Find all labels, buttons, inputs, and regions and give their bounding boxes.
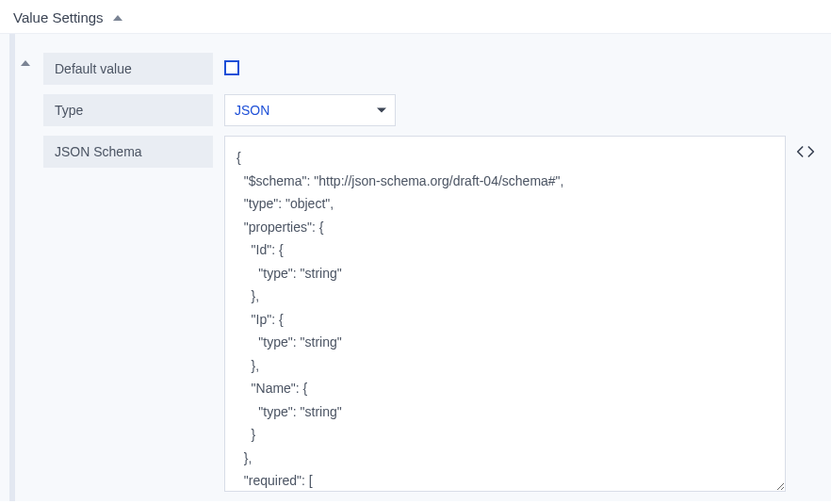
label-json-schema: JSON Schema bbox=[43, 136, 213, 168]
label-type: Type bbox=[43, 94, 213, 126]
json-schema-textarea[interactable] bbox=[224, 136, 786, 492]
type-select[interactable]: JSON bbox=[224, 94, 396, 126]
row-json-schema: JSON Schema bbox=[43, 136, 816, 492]
section-title: Value Settings bbox=[13, 9, 104, 25]
collapse-gutter bbox=[9, 34, 15, 501]
settings-panel: Default value Type JSON JSON Schema bbox=[0, 33, 831, 501]
section-toggle[interactable]: Value Settings bbox=[0, 0, 831, 33]
collapse-button[interactable] bbox=[19, 57, 32, 70]
chevron-up-icon bbox=[21, 60, 30, 66]
code-icon[interactable] bbox=[795, 141, 816, 162]
default-value-checkbox[interactable] bbox=[224, 60, 239, 75]
label-default-value: Default value bbox=[43, 53, 213, 85]
type-select-value: JSON bbox=[235, 103, 269, 118]
row-default-value: Default value bbox=[43, 53, 816, 85]
row-type: Type JSON bbox=[43, 94, 816, 126]
chevron-up-icon bbox=[113, 15, 122, 21]
